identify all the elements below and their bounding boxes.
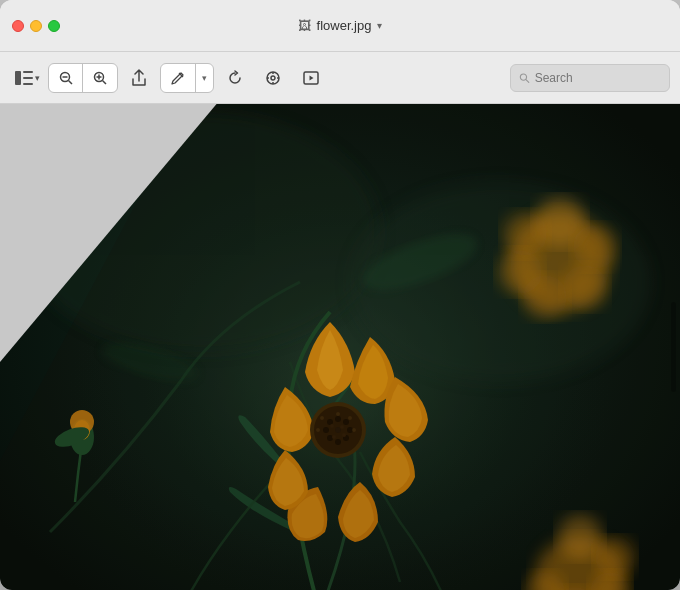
sidebar-toggle-button[interactable]: ▾: [10, 63, 44, 93]
search-icon: [519, 72, 530, 84]
rotate-button[interactable]: [218, 63, 252, 93]
titlebar: 🖼 flower.jpg ▾: [0, 0, 680, 52]
svg-point-13: [271, 76, 275, 80]
maximize-button[interactable]: [48, 20, 60, 32]
svg-rect-0: [15, 71, 21, 85]
sidebar-icon: [15, 71, 33, 85]
slideshow-button[interactable]: [294, 63, 328, 93]
zoom-in-button[interactable]: [83, 63, 117, 93]
svg-rect-2: [23, 77, 33, 79]
minimize-button[interactable]: [30, 20, 42, 32]
share-button[interactable]: [122, 63, 156, 93]
sidebar-chevron-icon: ▾: [35, 73, 40, 83]
rotate-icon: [227, 70, 243, 86]
flower-image: [0, 104, 680, 590]
annotate-group: ▾: [160, 63, 214, 93]
window-title: flower.jpg: [317, 18, 372, 33]
traffic-lights: [12, 20, 60, 32]
annotate-button[interactable]: [161, 63, 195, 93]
search-bar[interactable]: [510, 64, 670, 92]
toolbar: ▾: [0, 52, 680, 104]
svg-line-10: [103, 80, 107, 84]
file-icon: 🖼: [298, 18, 311, 33]
zoom-out-button[interactable]: [49, 63, 83, 93]
preview-window: 🖼 flower.jpg ▾ ▾: [0, 0, 680, 590]
zoom-in-icon: [93, 71, 107, 85]
location-icon: [265, 70, 281, 86]
zoom-out-icon: [59, 71, 73, 85]
svg-rect-67: [671, 302, 676, 392]
image-content: [0, 104, 680, 590]
svg-line-6: [68, 80, 72, 84]
search-input[interactable]: [535, 71, 661, 85]
svg-rect-1: [23, 71, 33, 73]
svg-line-20: [526, 79, 529, 82]
slideshow-icon: [303, 70, 319, 86]
zoom-controls: [48, 63, 118, 93]
svg-rect-3: [23, 83, 33, 85]
annotate-icon: [170, 70, 186, 86]
close-button[interactable]: [12, 20, 24, 32]
location-button[interactable]: [256, 63, 290, 93]
title-chevron-icon[interactable]: ▾: [377, 20, 382, 31]
title-area: 🖼 flower.jpg ▾: [298, 18, 383, 33]
annotate-chevron-button[interactable]: ▾: [195, 63, 213, 93]
share-icon: [131, 69, 147, 87]
